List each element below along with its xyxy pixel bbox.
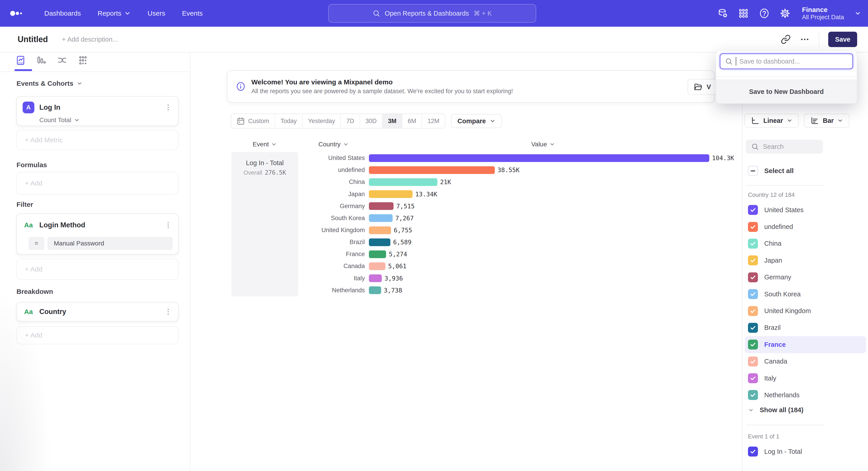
add-metric-button[interactable]: + Add Metric [16, 130, 179, 150]
kebab-menu-icon[interactable] [164, 220, 172, 230]
filter-card-login-method[interactable]: Aa Login Method = Manual Password [16, 213, 179, 255]
country-checkbox[interactable] [748, 373, 758, 383]
country-filter-item[interactable]: Japan [745, 252, 866, 269]
chevron-down-icon[interactable] [855, 10, 861, 17]
add-formula-button[interactable]: + Add [16, 172, 179, 195]
chart-bar[interactable] [369, 238, 391, 246]
event-column-header[interactable]: Event [231, 141, 298, 148]
chart-bar[interactable] [369, 190, 412, 198]
project-selector[interactable]: Finance All Project Data [802, 6, 844, 21]
country-filter-item[interactable]: United States [745, 202, 866, 218]
add-breakdown-button[interactable]: + Add [16, 326, 179, 344]
data-management-icon[interactable] [717, 8, 728, 19]
chart-bar[interactable] [369, 166, 495, 174]
select-all-checkbox[interactable] [748, 166, 758, 176]
mixpanel-logo-icon[interactable] [10, 9, 24, 18]
chart-bar[interactable] [369, 154, 709, 162]
event-series-cell[interactable]: Log In - Total Overall 276.5K [231, 152, 298, 296]
range-7d[interactable]: 7D [340, 114, 360, 128]
chart-bar[interactable] [369, 214, 393, 222]
country-filter-item[interactable]: China [745, 235, 866, 252]
tab-insights-icon[interactable] [16, 55, 26, 66]
range-12m[interactable]: 12M [422, 114, 445, 128]
compare-button[interactable]: Compare [451, 114, 502, 128]
country-filter-item[interactable]: Canada [745, 353, 866, 370]
help-icon[interactable] [759, 8, 770, 19]
nav-dashboards[interactable]: Dashboards [44, 9, 81, 17]
chart-bar[interactable] [369, 227, 391, 234]
kebab-menu-icon[interactable] [164, 102, 172, 112]
country-checkbox[interactable] [748, 356, 758, 366]
country-filter-item[interactable]: Italy [745, 370, 866, 387]
nav-events-label: Events [182, 9, 203, 17]
add-description-field[interactable]: + Add description... [62, 36, 118, 43]
aggregation-selector[interactable]: Count Total [39, 117, 178, 124]
show-all-button[interactable]: Show all (184) [748, 406, 803, 414]
chart-bar[interactable] [369, 286, 381, 294]
events-cohorts-section-label[interactable]: Events & Cohorts [17, 80, 83, 87]
value-column-header[interactable]: Value [373, 141, 713, 148]
filter-value[interactable]: Manual Password [48, 237, 173, 250]
copy-link-icon[interactable] [781, 34, 791, 45]
country-checkbox[interactable] [748, 306, 758, 316]
settings-gear-icon[interactable] [780, 8, 790, 19]
tab-retention-icon[interactable] [78, 55, 88, 66]
country-filter-item[interactable]: Brazil [745, 319, 866, 336]
select-all-row[interactable]: Select all [748, 166, 794, 176]
chart-type-selector[interactable]: Bar [804, 114, 849, 127]
country-checkbox[interactable] [748, 340, 758, 350]
country-filter-item[interactable]: France [745, 336, 866, 353]
breakdown-card-country[interactable]: Aa Country [16, 302, 179, 321]
range-custom[interactable]: Custom [231, 114, 275, 128]
range-today[interactable]: Today [275, 114, 302, 128]
report-title[interactable]: Untitled [18, 35, 48, 44]
more-options-icon[interactable] [800, 34, 810, 45]
range-30d[interactable]: 30D [360, 114, 382, 128]
chart-bar[interactable] [369, 202, 394, 210]
country-filter-item[interactable]: South Korea [745, 286, 866, 302]
country-checkbox[interactable] [748, 256, 758, 265]
nav-events[interactable]: Events [182, 9, 203, 17]
country-checkbox[interactable] [748, 222, 758, 232]
save-to-new-dashboard-button[interactable]: Save to New Dashboard [716, 80, 857, 104]
country-checkbox[interactable] [748, 323, 758, 333]
search-icon [373, 9, 380, 17]
chart-bar[interactable] [369, 262, 385, 270]
range-yesterday[interactable]: Yesterday [302, 114, 340, 128]
country-filter-item[interactable]: undefined [745, 218, 866, 235]
scale-selector[interactable]: Linear [744, 114, 799, 127]
country-column-header[interactable]: Country [298, 141, 369, 148]
save-dashboard-search-input[interactable]: Save to dashboard... [720, 53, 853, 69]
event-filter-item[interactable]: Log In - Total [748, 447, 802, 457]
apps-grid-icon[interactable] [738, 8, 749, 19]
nav-users[interactable]: Users [148, 9, 165, 17]
global-search-button[interactable]: Open Reports & Dashboards ⌘ + K [328, 4, 536, 23]
country-filter-item[interactable]: Germany [745, 269, 866, 286]
nav-reports[interactable]: Reports [98, 9, 131, 17]
country-checkbox[interactable] [748, 239, 758, 248]
country-checkbox[interactable] [748, 205, 758, 215]
country-filter-item[interactable]: Netherlands [745, 387, 866, 403]
nav-users-label: Users [148, 9, 165, 17]
range-6m[interactable]: 6M [402, 114, 422, 128]
range-3m[interactable]: 3M [382, 114, 402, 128]
chart-bar[interactable] [369, 274, 382, 282]
metric-card-login[interactable]: A Log In Count Total [16, 96, 179, 126]
tab-funnels-icon[interactable] [36, 55, 46, 66]
filter-operator[interactable]: = [29, 237, 44, 250]
kebab-menu-icon[interactable] [164, 307, 172, 317]
country-checkbox[interactable] [748, 272, 758, 282]
event-checkbox[interactable] [748, 447, 758, 457]
chart-bar[interactable] [369, 251, 386, 258]
country-filter-item[interactable]: United Kingdom [745, 302, 866, 319]
chart-row-country-label: Brazil [298, 239, 369, 246]
chart-bar[interactable] [369, 178, 437, 186]
save-button[interactable]: Save [828, 32, 857, 47]
panel-search-input[interactable]: Search [746, 140, 823, 154]
add-filter-button[interactable]: + Add [16, 259, 179, 280]
country-checkbox[interactable] [748, 390, 758, 400]
chart-row: France 5,274 [298, 248, 737, 260]
country-checkbox[interactable] [748, 289, 758, 299]
chart-row: undefined 38.55K [298, 164, 737, 176]
tab-flows-icon[interactable] [57, 55, 67, 66]
